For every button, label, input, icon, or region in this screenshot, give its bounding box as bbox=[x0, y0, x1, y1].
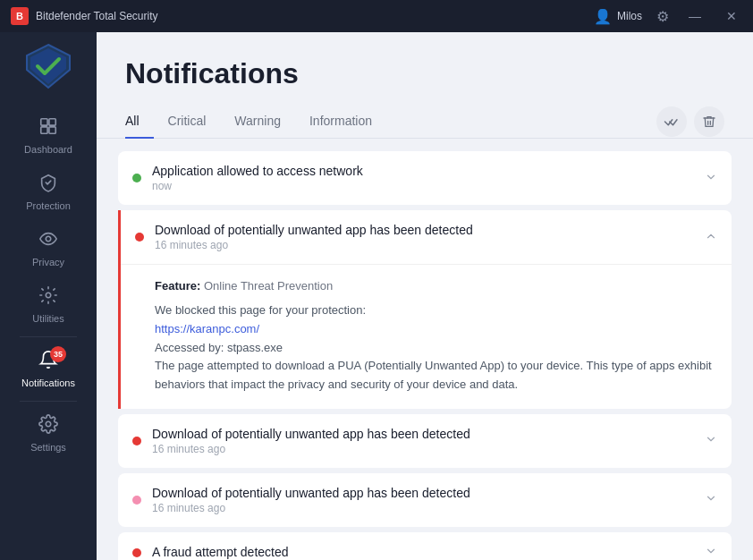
notification-dot-red bbox=[135, 233, 144, 242]
notification-text-4: Download of potentially unwanted app has… bbox=[152, 486, 694, 514]
svg-point-7 bbox=[46, 293, 51, 298]
protection-label: Protection bbox=[26, 200, 71, 211]
notification-title-3: Download of potentially unwanted app has… bbox=[152, 427, 694, 441]
notification-title-expanded: Download of potentially unwanted app has… bbox=[155, 223, 694, 237]
svg-rect-5 bbox=[49, 127, 55, 133]
tabs-actions bbox=[656, 106, 724, 137]
main-content: Notifications All Critical Warning Infor… bbox=[97, 32, 753, 560]
notification-item[interactable]: Application allowed to access network no… bbox=[118, 151, 732, 205]
sidebar-item-privacy[interactable]: Privacy bbox=[0, 220, 97, 276]
sidebar-item-notifications[interactable]: 35 Notifications bbox=[0, 341, 97, 397]
dashboard-label: Dashboard bbox=[24, 144, 72, 155]
tabs-list: All Critical Warning Information bbox=[125, 105, 401, 138]
chevron-down-icon-3 bbox=[705, 433, 717, 448]
dashboard-icon bbox=[38, 116, 58, 140]
username: Milos bbox=[617, 10, 642, 22]
chevron-down-icon-4 bbox=[705, 492, 717, 507]
notification-dot-green bbox=[132, 174, 141, 182]
app-title: Bitdefender Total Security bbox=[36, 10, 594, 22]
blocked-url[interactable]: https://karanpc.com/ bbox=[155, 322, 259, 335]
notification-dot-red-5 bbox=[132, 548, 141, 557]
tab-all[interactable]: All bbox=[125, 105, 154, 139]
tab-critical[interactable]: Critical bbox=[168, 105, 221, 139]
sidebar: Dashboard Protection Privacy bbox=[0, 32, 97, 560]
tab-information[interactable]: Information bbox=[309, 105, 386, 139]
tab-warning[interactable]: Warning bbox=[234, 105, 295, 139]
notification-title: Application allowed to access network bbox=[152, 164, 694, 178]
notification-time: now bbox=[152, 180, 694, 192]
settings-label: Settings bbox=[30, 442, 66, 453]
notification-title-5: A fraud attempt detected bbox=[152, 545, 694, 559]
notification-body: Feature: Online Threat Prevention We blo… bbox=[121, 265, 732, 409]
sidebar-item-protection[interactable]: Protection bbox=[0, 164, 97, 220]
notification-time-expanded: 16 minutes ago bbox=[155, 239, 694, 251]
notifications-list: Application allowed to access network no… bbox=[97, 139, 753, 560]
notifications-label: Notifications bbox=[21, 378, 75, 388]
notification-header-expanded[interactable]: Download of potentially unwanted app has… bbox=[121, 210, 732, 265]
privacy-icon bbox=[38, 229, 58, 253]
page-header: Notifications bbox=[97, 32, 753, 105]
svg-point-8 bbox=[46, 421, 51, 427]
svg-rect-3 bbox=[49, 119, 55, 125]
svg-rect-4 bbox=[41, 127, 47, 133]
notification-item-5[interactable]: A fraud attempt detected bbox=[118, 532, 732, 560]
titlebar-controls: 👤 Milos ⚙ — ✕ bbox=[594, 7, 742, 25]
close-button[interactable]: ✕ bbox=[721, 7, 742, 25]
user-icon: 👤 bbox=[594, 8, 612, 25]
notification-text-3: Download of potentially unwanted app has… bbox=[152, 427, 694, 455]
sidebar-item-dashboard[interactable]: Dashboard bbox=[0, 107, 97, 164]
notification-item-expanded[interactable]: Download of potentially unwanted app has… bbox=[118, 210, 732, 409]
notification-badge: 35 bbox=[50, 346, 66, 362]
notification-item-3[interactable]: Download of potentially unwanted app has… bbox=[118, 414, 732, 468]
svg-point-6 bbox=[46, 236, 51, 242]
svg-rect-2 bbox=[41, 119, 47, 125]
user-profile[interactable]: 👤 Milos bbox=[594, 8, 642, 25]
sidebar-divider bbox=[20, 336, 78, 337]
notification-header-3[interactable]: Download of potentially unwanted app has… bbox=[118, 414, 732, 468]
notification-title-4: Download of potentially unwanted app has… bbox=[152, 486, 694, 500]
utilities-icon bbox=[38, 285, 58, 310]
sidebar-item-utilities[interactable]: Utilities bbox=[0, 276, 97, 333]
sidebar-item-settings[interactable]: Settings bbox=[0, 405, 97, 462]
chevron-down-icon-5 bbox=[705, 545, 717, 560]
notification-dot-pink bbox=[132, 496, 141, 505]
notification-time-3: 16 minutes ago bbox=[152, 443, 694, 455]
settings-gear-icon[interactable]: ⚙ bbox=[656, 8, 669, 25]
app-body: Dashboard Protection Privacy bbox=[0, 32, 753, 560]
notification-header-4[interactable]: Download of potentially unwanted app has… bbox=[118, 473, 732, 527]
notification-header[interactable]: Application allowed to access network no… bbox=[118, 151, 732, 205]
chevron-down-icon bbox=[705, 171, 717, 186]
sidebar-divider-2 bbox=[20, 401, 78, 402]
feature-label: Feature: bbox=[155, 279, 200, 293]
mark-all-read-button[interactable] bbox=[656, 106, 687, 137]
delete-all-button[interactable] bbox=[694, 106, 724, 137]
titlebar: B Bitdefender Total Security 👤 Milos ⚙ —… bbox=[0, 0, 753, 32]
privacy-label: Privacy bbox=[32, 257, 64, 267]
settings-icon bbox=[38, 414, 58, 438]
sidebar-logo bbox=[23, 41, 73, 91]
minimize-button[interactable]: — bbox=[683, 7, 706, 25]
notification-feature: Feature: Online Threat Prevention bbox=[155, 279, 717, 293]
notification-dot-red-3 bbox=[132, 437, 141, 445]
notification-text: Application allowed to access network no… bbox=[152, 164, 694, 192]
notification-text-5: A fraud attempt detected bbox=[152, 545, 694, 560]
utilities-label: Utilities bbox=[32, 313, 63, 324]
page-title: Notifications bbox=[125, 57, 724, 90]
notification-text-expanded: Download of potentially unwanted app has… bbox=[155, 223, 694, 251]
notification-header-5[interactable]: A fraud attempt detected bbox=[118, 532, 732, 560]
app-logo: B bbox=[11, 7, 29, 25]
protection-icon bbox=[38, 173, 58, 197]
tabs-bar: All Critical Warning Information bbox=[97, 105, 753, 139]
notification-time-4: 16 minutes ago bbox=[152, 502, 694, 514]
notification-item-4[interactable]: Download of potentially unwanted app has… bbox=[118, 473, 732, 527]
notification-description: We blocked this page for your protection… bbox=[155, 301, 717, 395]
chevron-up-icon bbox=[705, 230, 717, 245]
feature-value: Online Threat Prevention bbox=[204, 279, 333, 293]
